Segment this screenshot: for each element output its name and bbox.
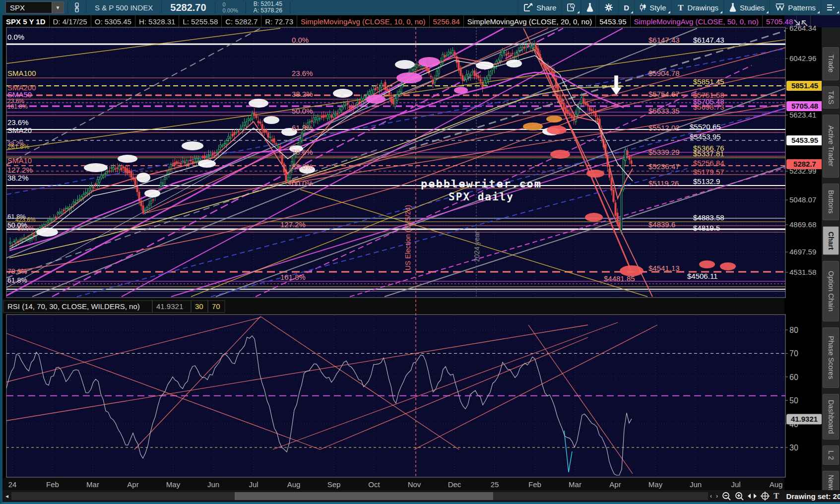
tab-l-2[interactable]: L 2 [823,445,839,465]
fib-pct-label: 38.2% [292,90,313,98]
marker-ellipse[interactable] [523,123,543,130]
marker-ellipse[interactable] [198,160,216,168]
marker-ellipse[interactable] [182,141,203,150]
rsi-header-text: 30 [195,302,203,311]
fib-price-label: $4481.85 [604,274,635,283]
fib-pct-label: 127.2% [280,220,306,229]
fib-label-left: 61.8% [7,276,27,284]
crosshair-icon[interactable] [761,492,770,501]
marker-ellipse[interactable] [418,57,440,67]
fib-pct-label: 0.0% [292,36,309,44]
marker-ellipse[interactable] [720,262,736,270]
fib-price-label: $4839.6 [648,220,675,229]
pan-right-icon[interactable]: › [716,493,718,500]
tab-dashboard[interactable]: Dashboard [823,394,839,440]
marker-ellipse[interactable] [506,60,522,67]
time-axis-label: Mar [569,480,582,489]
fib-price-label-right: $5179.57 [693,168,724,176]
rsi-axis-tick: 50 [789,396,798,405]
marker-ellipse[interactable] [366,95,386,104]
price-axis-tick: 4697.59 [789,248,816,256]
rsi-header-text: 70 [212,302,220,311]
text-tool-icon[interactable]: T [774,491,779,501]
fib-pct-label: 23.6% [292,69,313,77]
time-axis-label: Sep [327,480,341,489]
marker-ellipse[interactable] [550,150,570,159]
fib-label-left: 0.0% [7,33,24,41]
fib-price-label: $5633.35 [648,107,680,115]
marker-ellipse[interactable] [333,89,353,98]
trading-platform-window: SPX ▼ S & P 500 INDEX 5282.70 0 0.00% B:… [0,0,840,504]
marker-ellipse[interactable] [585,213,603,222]
marker-ellipse[interactable] [476,62,494,69]
marker-ellipse[interactable] [249,99,268,108]
pan-left-icon[interactable]: ‹ [710,493,712,500]
zoom-in-icon[interactable] [735,492,744,501]
tab-t-s[interactable]: T&S [823,86,839,109]
marker-ellipse[interactable] [396,72,422,83]
marker-ellipse[interactable] [546,116,562,123]
tab-trade[interactable]: Trade [823,47,839,80]
fib-label-left: SMA10 [7,156,32,165]
scrollbar-thumb[interactable] [235,492,493,500]
marker-ellipse[interactable] [136,173,150,183]
fib-label-left: 78.6% [7,267,27,275]
marker-ellipse[interactable] [118,155,137,163]
scroll-left-icon[interactable]: ◂ [5,493,8,500]
fib-price-label-right: $4883.58 [693,213,724,222]
fib-label-left: 38.2% [7,174,29,182]
time-axis-label: Dec [448,480,461,489]
fib-price-label-right: $5337.81 [693,149,724,158]
time-axis-label: Jun [690,480,702,489]
chart-scrollbar[interactable] [11,492,708,500]
drawing-set-label[interactable]: Drawing set: 2025-0403 [786,492,840,501]
tab-option-chain[interactable]: Option Chain [823,261,839,321]
fib-pct-label: 78.6% [292,148,313,156]
fib-label-left: SMA100 [7,69,36,77]
pan-arrows-icon[interactable] [748,493,757,500]
marker-ellipse[interactable] [84,163,108,172]
right-tab-strip: TradeT&SActive TraderButtonsChartOption … [822,27,840,490]
time-axis-label: Jul [249,480,258,489]
zoom-out-icon[interactable] [722,492,731,501]
marker-ellipse[interactable] [454,87,468,94]
chart-annotation: US Election (11/5/24) [404,205,412,270]
time-axis-label: Aug [287,480,301,489]
rsi-pane[interactable] [6,315,785,477]
time-axis-label: Jun [207,480,219,489]
marker-ellipse[interactable] [699,260,715,268]
fib-pct-label: 88.6% [292,162,313,171]
chart-canvas[interactable]: US Election (11/5/24)2024 yearpebblewrit… [2,0,840,504]
time-axis-strip[interactable] [2,478,784,491]
price-axis-tick: 6042.96 [789,54,816,63]
fib-price-label-right: $5453.95 [690,132,721,141]
price-axis-tick: 4869.68 [789,220,816,229]
marker-ellipse[interactable] [395,60,415,69]
rsi-axis-tick: 30 [789,443,798,452]
tab-active-trader[interactable]: Active Trader [823,115,839,178]
time-axis-label: Oct [368,480,380,489]
marker-ellipse[interactable] [586,170,604,178]
marker-ellipse[interactable] [144,189,160,197]
fib-label-left: 127.2% [7,166,33,174]
fib-price-label: $5904.78 [648,69,680,77]
watermark-line2: SPX daily [449,191,514,203]
tab-chart[interactable]: Chart [823,226,839,255]
fib-price-label: $4541.13 [648,264,680,272]
time-axis-label: 25 [491,480,499,489]
time-axis-label: Nov [408,480,421,489]
time-axis-label: Apr [609,480,621,489]
fib-price-label-right: $5132.9 [693,177,720,186]
marker-ellipse[interactable] [547,126,567,134]
marker-ellipse[interactable] [263,116,279,124]
fib-price-label-right: $4506.11 [687,272,717,280]
fib-price-label: $6147.43 [648,36,680,44]
price-axis-badge-value: 5851.45 [791,81,818,90]
bottom-status-bar: ◂ ‹ › T Drawing set: 2025-0403 [2,490,840,502]
marker-ellipse[interactable] [36,228,58,237]
tab-phase-scores[interactable]: Phase Scores [823,327,839,388]
time-axis-label: Feb [528,480,541,489]
fib-pct-label: 50.0% [292,107,313,115]
fib-price-label: $5512.02 [648,124,680,132]
tab-buttons[interactable]: Buttons [823,184,839,220]
